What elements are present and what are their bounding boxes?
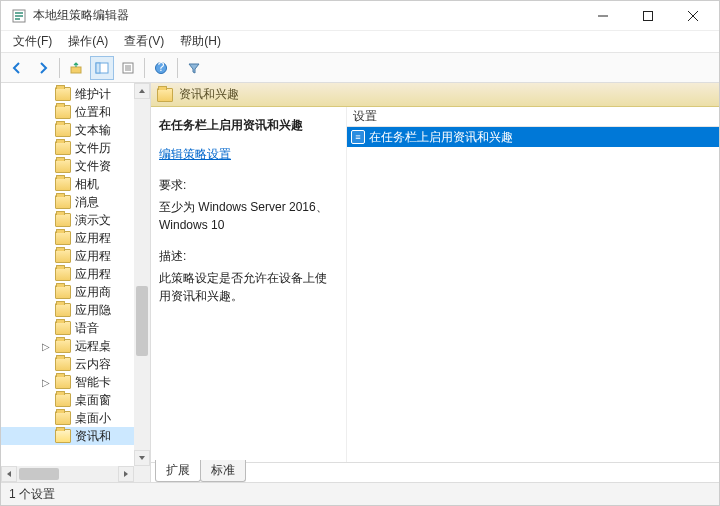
menubar: 文件(F) 操作(A) 查看(V) 帮助(H) — [1, 31, 719, 53]
tree-item[interactable]: 应用程 — [1, 247, 150, 265]
scroll-right-icon[interactable] — [118, 466, 134, 482]
minimize-button[interactable] — [580, 1, 625, 31]
setting-title: 在任务栏上启用资讯和兴趣 — [159, 117, 338, 134]
content-header: 资讯和兴趣 — [151, 83, 719, 107]
tree-item-label: 相机 — [75, 176, 99, 193]
tree-item-label: 文件历 — [75, 140, 111, 157]
tree-item-label: 文本输 — [75, 122, 111, 139]
tree-item[interactable]: ▷远程桌 — [1, 337, 150, 355]
menu-file[interactable]: 文件(F) — [5, 31, 60, 52]
tree-item-label: 位置和 — [75, 104, 111, 121]
tree-item[interactable]: 应用隐 — [1, 301, 150, 319]
folder-icon — [55, 141, 71, 155]
scroll-thumb[interactable] — [136, 286, 148, 356]
settings-list: 设置 ≡在任务栏上启用资讯和兴趣 — [346, 107, 719, 462]
tree-item[interactable]: 相机 — [1, 175, 150, 193]
tree-item[interactable]: 应用程 — [1, 229, 150, 247]
description-label: 描述: — [159, 248, 338, 265]
tree-item-label: 消息 — [75, 194, 99, 211]
tab-extended[interactable]: 扩展 — [155, 460, 201, 482]
edit-policy-link[interactable]: 编辑策略设置 — [159, 146, 338, 163]
tree-item[interactable]: 应用程 — [1, 265, 150, 283]
expand-icon[interactable]: ▷ — [41, 341, 51, 352]
scroll-down-icon[interactable] — [134, 450, 150, 466]
tab-standard[interactable]: 标准 — [200, 460, 246, 482]
expand-icon[interactable]: ▷ — [41, 377, 51, 388]
tree-item[interactable]: 位置和 — [1, 103, 150, 121]
folder-icon — [55, 87, 71, 101]
svg-rect-5 — [643, 11, 652, 20]
export-list-button[interactable] — [116, 56, 140, 80]
requirements-label: 要求: — [159, 177, 338, 194]
tree-item-label: 智能卡 — [75, 374, 111, 391]
content-title: 资讯和兴趣 — [179, 86, 239, 103]
scroll-left-icon[interactable] — [1, 466, 17, 482]
up-button[interactable] — [64, 56, 88, 80]
tree-item[interactable]: 应用商 — [1, 283, 150, 301]
description-text: 此策略设定是否允许在设备上使用资讯和兴趣。 — [159, 269, 338, 305]
toolbar-separator — [59, 58, 60, 78]
maximize-button[interactable] — [625, 1, 670, 31]
scroll-up-icon[interactable] — [134, 83, 150, 99]
tree-item[interactable]: 文件历 — [1, 139, 150, 157]
menu-action[interactable]: 操作(A) — [60, 31, 116, 52]
tab-bar: 扩展 标准 — [151, 462, 719, 482]
tree-item-label: 远程桌 — [75, 338, 111, 355]
folder-icon — [55, 339, 71, 353]
tree-horizontal-scrollbar[interactable] — [1, 466, 134, 482]
folder-icon — [55, 357, 71, 371]
toolbar-separator — [144, 58, 145, 78]
tree-item-label: 桌面窗 — [75, 392, 111, 409]
folder-icon — [55, 177, 71, 191]
tree-item-label: 应用商 — [75, 284, 111, 301]
folder-icon — [55, 159, 71, 173]
tree-item[interactable]: 资讯和 — [1, 427, 150, 445]
tree-item[interactable]: 语音 — [1, 319, 150, 337]
back-button[interactable] — [5, 56, 29, 80]
tree-item[interactable]: 桌面窗 — [1, 391, 150, 409]
status-text: 1 个设置 — [9, 486, 55, 503]
tree-item[interactable]: 消息 — [1, 193, 150, 211]
folder-icon — [55, 249, 71, 263]
filter-button[interactable] — [182, 56, 206, 80]
main-area: 维护计位置和文本输文件历文件资相机消息演示文应用程应用程应用程应用商应用隐语音▷… — [1, 83, 719, 483]
scroll-corner — [134, 466, 150, 482]
tree-item[interactable]: 桌面小 — [1, 409, 150, 427]
scroll-thumb[interactable] — [19, 468, 59, 480]
close-button[interactable] — [670, 1, 715, 31]
tree-vertical-scrollbar[interactable] — [134, 83, 150, 466]
tree-item[interactable]: 文件资 — [1, 157, 150, 175]
menu-view[interactable]: 查看(V) — [116, 31, 172, 52]
tree-item-label: 演示文 — [75, 212, 111, 229]
tree-item-label: 应用程 — [75, 230, 111, 247]
toolbar: ? — [1, 53, 719, 83]
toolbar-separator — [177, 58, 178, 78]
svg-text:?: ? — [158, 61, 165, 74]
folder-icon — [157, 88, 173, 102]
column-header-setting[interactable]: 设置 — [347, 107, 719, 127]
svg-rect-1 — [15, 12, 23, 14]
setting-row[interactable]: ≡在任务栏上启用资讯和兴趣 — [347, 127, 719, 147]
forward-button[interactable] — [31, 56, 55, 80]
titlebar: 本地组策略编辑器 — [1, 1, 719, 31]
svg-rect-8 — [71, 67, 81, 73]
menu-help[interactable]: 帮助(H) — [172, 31, 229, 52]
folder-icon — [55, 285, 71, 299]
tree-item[interactable]: 云内容 — [1, 355, 150, 373]
tree-item-label: 应用程 — [75, 266, 111, 283]
folder-icon — [55, 267, 71, 281]
tree-item-label: 应用程 — [75, 248, 111, 265]
app-icon — [11, 8, 27, 24]
tree-item[interactable]: ▷智能卡 — [1, 373, 150, 391]
setting-row-label: 在任务栏上启用资讯和兴趣 — [369, 129, 513, 146]
content-body: 在任务栏上启用资讯和兴趣 编辑策略设置 要求: 至少为 Windows Serv… — [151, 107, 719, 462]
requirements-text: 至少为 Windows Server 2016、Windows 10 — [159, 198, 338, 234]
folder-icon — [55, 195, 71, 209]
help-button[interactable]: ? — [149, 56, 173, 80]
tree-item[interactable]: 维护计 — [1, 85, 150, 103]
tree-item[interactable]: 演示文 — [1, 211, 150, 229]
tree-panel: 维护计位置和文本输文件历文件资相机消息演示文应用程应用程应用程应用商应用隐语音▷… — [1, 83, 151, 482]
show-hide-tree-button[interactable] — [90, 56, 114, 80]
tree-item-label: 语音 — [75, 320, 99, 337]
tree-item[interactable]: 文本输 — [1, 121, 150, 139]
